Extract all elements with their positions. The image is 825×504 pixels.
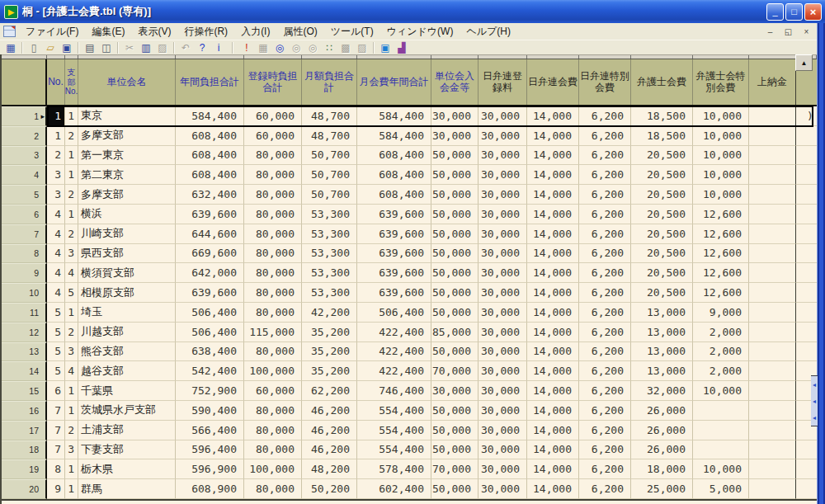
menu-item-window[interactable]: ウィンドウ(W) bbox=[380, 23, 460, 40]
cell-17-getsugaku[interactable]: 46,200 bbox=[302, 421, 357, 440]
cell-7-getsugaku[interactable]: 53,300 bbox=[302, 224, 357, 244]
cell-19-nenkan[interactable]: 596,900 bbox=[176, 459, 244, 479]
cell-12-bengoshikai-tokubetsu[interactable]: 2,000 bbox=[693, 323, 749, 342]
cell-18-shibu[interactable]: 3 bbox=[65, 440, 78, 460]
cell-19-nb-toroku[interactable]: 30,000 bbox=[478, 459, 527, 479]
column-header-name[interactable]: 単位会名 bbox=[78, 59, 176, 105]
cell-11-overflow[interactable] bbox=[796, 303, 817, 323]
cell-20-bengoshikai-tokubetsu[interactable]: 5,000 bbox=[693, 479, 749, 499]
cell-18-nb-kaihi[interactable]: 14,000 bbox=[527, 440, 579, 460]
vertical-scrollbar-fragment[interactable]: ◂◂◂ bbox=[811, 375, 818, 426]
cell-20-jonokin[interactable] bbox=[749, 479, 796, 499]
cell-9-nb-kaihi[interactable]: 14,000 bbox=[527, 263, 579, 283]
cell-16-nb-toroku[interactable]: 30,000 bbox=[478, 401, 527, 421]
cell-20-overflow[interactable] bbox=[796, 479, 817, 499]
cell-17-bengoshikai-tokubetsu[interactable] bbox=[693, 421, 749, 440]
menu-item-row-operations[interactable]: 行操作(R) bbox=[177, 23, 234, 40]
cell-7-bengoshikai-tokubetsu[interactable]: 12,600 bbox=[693, 224, 749, 244]
cell-6-nb-tokubetsu[interactable]: 6,200 bbox=[579, 205, 631, 224]
cell-17-nb-tokubetsu[interactable]: 6,200 bbox=[579, 421, 631, 440]
cell-15-shibu[interactable]: 1 bbox=[65, 381, 78, 401]
column-header-getsugaku[interactable]: 月額負担合計 bbox=[302, 59, 357, 105]
cell-3-getsugaku[interactable]: 50,700 bbox=[302, 146, 357, 166]
cell-13-jonokin[interactable] bbox=[749, 342, 796, 362]
cell-9-nb-toroku[interactable]: 30,000 bbox=[478, 263, 527, 283]
menu-item-tools[interactable]: ツール(T) bbox=[324, 23, 380, 40]
row-number-13[interactable]: 13 bbox=[2, 342, 47, 362]
cell-9-getsugaku[interactable]: 53,300 bbox=[302, 263, 357, 283]
cell-14-toroku[interactable]: 100,000 bbox=[244, 361, 302, 381]
cell-2-getsukaihi[interactable]: 584,400 bbox=[357, 126, 431, 146]
cell-5-getsugaku[interactable]: 50,700 bbox=[302, 185, 357, 205]
cell-15-getsukaihi[interactable]: 746,400 bbox=[357, 381, 431, 401]
cell-8-bengoshikai[interactable]: 20,500 bbox=[631, 244, 693, 264]
cell-10-overflow[interactable] bbox=[796, 283, 817, 303]
cell-18-overflow[interactable] bbox=[796, 440, 817, 460]
column-header-toroku[interactable]: 登録時負担合計 bbox=[244, 59, 302, 105]
cell-19-no[interactable]: 8 bbox=[47, 459, 65, 479]
cell-20-nb-kaihi[interactable]: 14,000 bbox=[527, 479, 579, 499]
cell-11-toroku[interactable]: 80,000 bbox=[244, 303, 302, 323]
cell-14-bengoshikai-tokubetsu[interactable]: 2,000 bbox=[693, 361, 749, 381]
cell-19-getsukaihi[interactable]: 578,400 bbox=[357, 459, 431, 479]
cell-16-getsugaku[interactable]: 46,200 bbox=[302, 401, 357, 421]
cell-16-nb-tokubetsu[interactable]: 6,200 bbox=[579, 401, 631, 421]
cell-12-getsukaihi[interactable]: 422,400 bbox=[357, 323, 431, 342]
cell-3-overflow[interactable] bbox=[796, 146, 817, 166]
row-number-18[interactable]: 18 bbox=[2, 440, 47, 460]
cell-11-no[interactable]: 5 bbox=[47, 303, 65, 323]
cell-1-nb-tokubetsu[interactable]: 6,200 bbox=[579, 106, 631, 126]
cell-16-name[interactable]: 茨城県水戸支部 bbox=[78, 401, 176, 421]
cell-17-no[interactable]: 7 bbox=[47, 421, 65, 440]
cell-9-no[interactable]: 4 bbox=[47, 263, 65, 283]
row-number-8[interactable]: 8 bbox=[2, 244, 47, 264]
cell-3-nb-toroku[interactable]: 30,000 bbox=[478, 146, 527, 166]
cell-13-nb-kaihi[interactable]: 14,000 bbox=[527, 342, 579, 362]
cell-4-no[interactable]: 3 bbox=[47, 165, 65, 185]
cell-10-name[interactable]: 相模原支部 bbox=[78, 283, 176, 303]
cell-12-nb-toroku[interactable]: 30,000 bbox=[478, 323, 527, 342]
cell-5-jonokin[interactable] bbox=[749, 185, 796, 205]
cell-18-name[interactable]: 下妻支部 bbox=[78, 440, 176, 460]
cell-2-nenkan[interactable]: 608,400 bbox=[176, 126, 244, 146]
cell-11-shibu[interactable]: 1 bbox=[65, 303, 78, 323]
cell-1-overflow[interactable]: ) bbox=[796, 106, 817, 126]
cell-15-nb-kaihi[interactable]: 14,000 bbox=[527, 381, 579, 401]
cell-16-nyukaikin[interactable]: 50,000 bbox=[431, 401, 478, 421]
cell-12-nb-kaihi[interactable]: 14,000 bbox=[527, 323, 579, 342]
cell-10-nyukaikin[interactable]: 50,000 bbox=[431, 283, 478, 303]
cell-1-no[interactable]: 1 bbox=[47, 106, 65, 126]
open-folder-icon[interactable]: ▱ bbox=[43, 41, 58, 54]
cell-2-no[interactable]: 1 bbox=[47, 126, 65, 146]
cell-12-getsugaku[interactable]: 35,200 bbox=[302, 323, 357, 342]
row-number-12[interactable]: 12 bbox=[2, 323, 47, 342]
row-number-9[interactable]: 9 bbox=[2, 263, 47, 283]
cell-12-nenkan[interactable]: 506,400 bbox=[176, 323, 244, 342]
cell-20-name[interactable]: 群馬 bbox=[78, 479, 176, 499]
cell-11-bengoshikai-tokubetsu[interactable]: 9,000 bbox=[693, 303, 749, 323]
cell-14-nenkan[interactable]: 542,400 bbox=[176, 361, 244, 381]
cell-1-bengoshikai-tokubetsu[interactable]: 10,000 bbox=[693, 106, 749, 126]
cell-4-nyukaikin[interactable]: 50,000 bbox=[431, 165, 478, 185]
cell-20-toroku[interactable]: 80,000 bbox=[244, 479, 302, 499]
cell-7-jonokin[interactable] bbox=[749, 224, 796, 244]
cell-9-bengoshikai[interactable]: 20,500 bbox=[631, 263, 693, 283]
menu-item-input[interactable]: 入力(I) bbox=[234, 23, 276, 40]
cell-2-nb-toroku[interactable]: 30,000 bbox=[478, 126, 527, 146]
cell-4-bengoshikai[interactable]: 20,500 bbox=[631, 165, 693, 185]
cell-9-nenkan[interactable]: 642,000 bbox=[176, 263, 244, 283]
cell-5-shibu[interactable]: 2 bbox=[65, 185, 78, 205]
cell-7-overflow[interactable] bbox=[796, 224, 817, 244]
cell-15-nb-toroku[interactable]: 30,000 bbox=[478, 381, 527, 401]
cell-6-name[interactable]: 横浜 bbox=[78, 205, 176, 224]
cell-10-toroku[interactable]: 80,000 bbox=[244, 283, 302, 303]
column-header-bengoshikai-tokubetsu[interactable]: 弁護士会特別会費 bbox=[693, 59, 749, 105]
row-number-20[interactable]: 20 bbox=[2, 479, 47, 499]
cell-17-getsukaihi[interactable]: 554,400 bbox=[357, 421, 431, 440]
cell-10-shibu[interactable]: 5 bbox=[65, 283, 78, 303]
cell-2-toroku[interactable]: 60,000 bbox=[244, 126, 302, 146]
column-header-getsukaihi[interactable]: 月会費年間合計 bbox=[357, 59, 431, 105]
cell-18-nb-tokubetsu[interactable]: 6,200 bbox=[579, 440, 631, 460]
cell-11-bengoshikai[interactable]: 13,000 bbox=[631, 303, 693, 323]
cell-18-getsukaihi[interactable]: 554,400 bbox=[357, 440, 431, 460]
